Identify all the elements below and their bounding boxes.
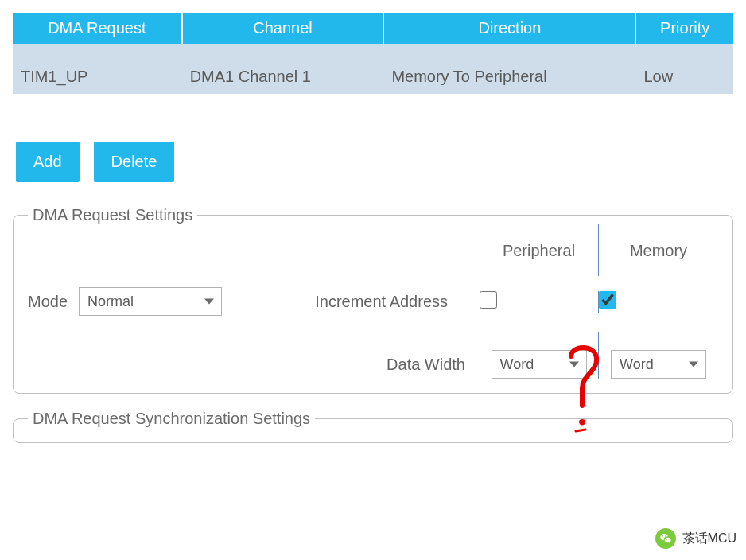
settings-legend: DMA Request Settings <box>28 206 197 224</box>
cell-request: TIM1_UP <box>13 60 182 94</box>
increment-peripheral-checkbox[interactable] <box>480 291 497 309</box>
col-header-memory: Memory <box>599 224 718 276</box>
add-button[interactable]: Add <box>16 142 80 182</box>
data-width-memory-select[interactable]: Word <box>611 350 706 379</box>
mode-label: Mode <box>28 293 68 311</box>
sync-legend: DMA Request Synchronization Settings <box>28 410 315 428</box>
dma-request-settings-group: DMA Request Settings Peripheral Memory M… <box>13 206 733 394</box>
th-priority[interactable]: Priority <box>635 13 733 44</box>
cell-priority: Low <box>635 60 733 94</box>
data-width-label: Data Width <box>387 356 465 374</box>
cell-channel: DMA1 Channel 1 <box>182 60 384 94</box>
increment-memory-checkbox[interactable] <box>599 291 616 309</box>
increment-address-label: Increment Address <box>315 293 448 311</box>
watermark-text: 茶话MCU <box>682 531 736 547</box>
data-width-peripheral-select[interactable]: Word <box>492 350 587 379</box>
delete-button[interactable]: Delete <box>94 142 175 182</box>
dma-table: DMA Request Channel Direction Priority T… <box>13 13 733 94</box>
th-channel[interactable]: Channel <box>182 13 384 44</box>
th-direction[interactable]: Direction <box>383 13 635 44</box>
wechat-icon <box>655 528 676 549</box>
cell-direction: Memory To Peripheral <box>383 60 635 94</box>
dma-sync-settings-group: DMA Request Synchronization Settings <box>13 410 733 443</box>
watermark: 茶话MCU <box>655 528 736 549</box>
mode-select[interactable]: Normal <box>79 287 222 316</box>
table-row[interactable]: TIM1_UP DMA1 Channel 1 Memory To Periphe… <box>13 60 733 94</box>
col-header-peripheral: Peripheral <box>480 224 599 276</box>
th-dma-request[interactable]: DMA Request <box>13 13 182 44</box>
